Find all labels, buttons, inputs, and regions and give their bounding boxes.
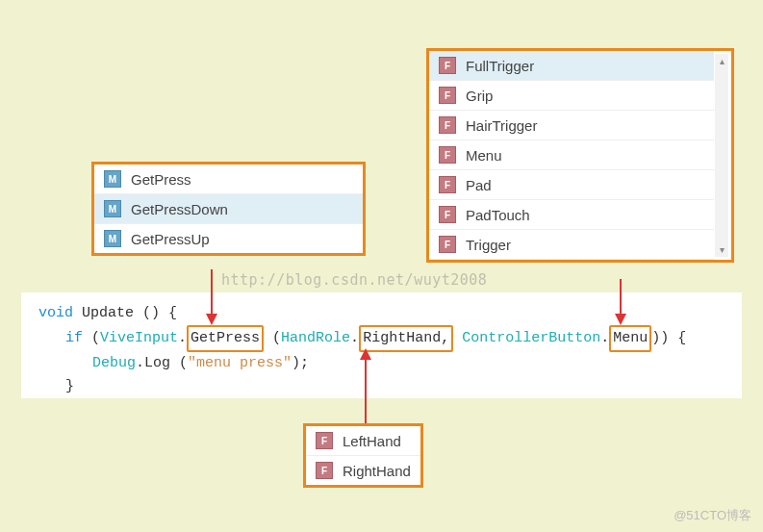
code-editor[interactable]: void Update () { if (ViveInput.GetPress … <box>21 292 742 398</box>
boxed-button: Menu <box>609 325 651 352</box>
code-text: Update () { <box>73 305 177 321</box>
method-icon: M <box>104 200 121 217</box>
code-text: ( <box>83 330 100 346</box>
class-name: HandRole <box>281 330 350 346</box>
url-watermark: http://blog.csdn.net/wuyt2008 <box>221 271 487 289</box>
method-icon: M <box>104 170 121 188</box>
buttons-popup: F FullTrigger F Grip F HairTrigger F Men… <box>426 48 734 263</box>
field-icon: F <box>439 57 456 74</box>
item-label: GetPressDown <box>131 201 228 217</box>
autocomplete-item[interactable]: F Trigger <box>429 230 714 260</box>
item-label: PadTouch <box>466 207 530 223</box>
item-label: Pad <box>466 177 492 193</box>
code-text: } <box>65 378 74 394</box>
field-icon: F <box>439 236 456 253</box>
code-text: . <box>350 330 359 346</box>
autocomplete-item[interactable]: F Menu <box>429 140 714 170</box>
code-text: ); <box>292 355 309 371</box>
autocomplete-item[interactable]: M GetPressUp <box>94 224 363 253</box>
code-line: Debug.Log ("menu press"); <box>38 352 725 375</box>
item-label: Trigger <box>466 237 511 253</box>
string-literal: "menu press" <box>188 355 292 371</box>
boxed-method: GetPress <box>187 325 264 352</box>
field-icon: F <box>439 116 456 134</box>
code-text: . <box>178 330 187 346</box>
autocomplete-item[interactable]: F FullTrigger <box>429 51 714 81</box>
autocomplete-item[interactable]: F Pad <box>429 170 714 200</box>
autocomplete-item[interactable]: M GetPress <box>94 165 363 194</box>
methods-popup: M GetPress M GetPressDown M GetPressUp <box>91 162 366 256</box>
scrollbar[interactable]: ▴ ▾ <box>715 54 728 257</box>
boxed-hand: RightHand, <box>359 325 453 352</box>
field-icon: F <box>316 462 333 479</box>
autocomplete-item[interactable]: F Grip <box>429 81 714 111</box>
code-line: void Update () { <box>38 302 725 325</box>
autocomplete-item[interactable]: M GetPressDown <box>94 194 363 224</box>
item-label: Menu <box>466 147 502 164</box>
autocomplete-item[interactable]: F RightHand <box>306 456 420 485</box>
field-icon: F <box>316 432 333 449</box>
field-icon: F <box>439 206 456 223</box>
autocomplete-item[interactable]: F LeftHand <box>306 426 420 456</box>
method-icon: M <box>104 230 121 247</box>
code-text: )) { <box>651 330 686 346</box>
class-name: ViveInput <box>100 330 178 346</box>
item-label: GetPressUp <box>131 231 210 247</box>
autocomplete-item[interactable]: F PadTouch <box>429 200 714 230</box>
item-label: HairTrigger <box>466 117 537 134</box>
scroll-up-icon[interactable]: ▴ <box>720 56 725 66</box>
class-name: Debug <box>92 355 136 371</box>
keyword: void <box>38 305 73 321</box>
code-text: .Log ( <box>136 355 188 371</box>
code-line: if (ViveInput.GetPress (HandRole.RightHa… <box>38 325 725 352</box>
code-text <box>453 330 462 346</box>
item-label: GetPress <box>131 171 191 188</box>
autocomplete-item[interactable]: F HairTrigger <box>429 111 714 140</box>
watermark: @51CTO博客 <box>674 507 751 524</box>
item-label: LeftHand <box>343 433 401 449</box>
item-label: Grip <box>466 88 493 104</box>
hands-popup: F LeftHand F RightHand <box>303 423 423 488</box>
field-icon: F <box>439 176 456 193</box>
code-line: } <box>38 375 725 398</box>
keyword: if <box>65 330 83 346</box>
class-name: ControllerButton <box>462 330 600 346</box>
code-text: ( <box>264 330 281 346</box>
scroll-down-icon[interactable]: ▾ <box>720 244 725 255</box>
item-label: FullTrigger <box>466 58 534 74</box>
code-text: . <box>600 330 609 346</box>
field-icon: F <box>439 87 456 104</box>
field-icon: F <box>439 146 456 164</box>
item-label: RightHand <box>343 463 411 479</box>
